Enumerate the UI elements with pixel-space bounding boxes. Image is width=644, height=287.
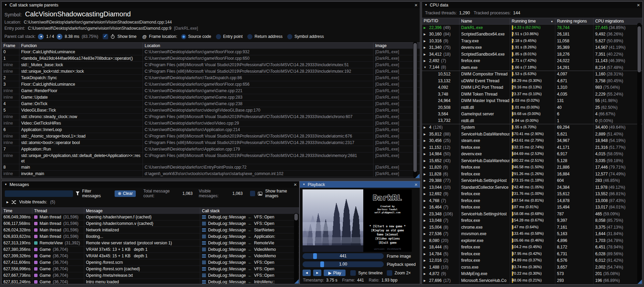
expand-arrow-icon[interactable]: ▶	[424, 277, 427, 284]
cpu-process-row[interactable]: ▶ 12,016 (2) firefox.exe 84.89 ms (0.37%…	[422, 257, 642, 264]
column-header[interactable]: Image	[374, 43, 407, 48]
expand-arrow-icon[interactable]: ▶	[424, 231, 427, 237]
show-time-checkbox[interactable]: ✓	[103, 34, 108, 39]
message-row[interactable]: 606,117,568ns Main thread (31,596) Openi…	[2, 220, 299, 227]
cpu-process-row[interactable]: ▶ 10,316 (9) Tracy.exe 2.18 s (9.45%) 11…	[422, 38, 642, 45]
callstack-row[interactable]: inline std::unique_lock<std::mutex>::loc…	[2, 68, 420, 75]
cpu-process-row[interactable]: 3,564 GameInput server 69.68 us (0.00%) …	[422, 111, 642, 118]
column-header-sorted[interactable]: Running time▼	[510, 18, 555, 24]
slider-handle[interactable]	[320, 261, 324, 267]
cpu-process-row[interactable]: ▶ 4,768 (7) firefox.exe 187.54 ms (0.81%…	[422, 198, 642, 204]
cpu-process-row[interactable]: 20,508 ntdll.dll 1.01 ms (0.00%) 40 25 (…	[422, 104, 642, 111]
expand-arrow-icon[interactable]: ▶	[424, 164, 427, 171]
expand-arrow-icon[interactable]: ▶	[424, 31, 427, 38]
clear-button[interactable]: ⊗ Clear	[115, 190, 136, 197]
expand-arrow-icon[interactable]: ▶	[424, 211, 427, 217]
cpu-process-row[interactable]: ▶ 27,536 (7) msvsmon.exe 133.45 ms (0.58…	[422, 231, 642, 238]
callstack-row[interactable]: inline std::atomic<bool>::operator bool …	[2, 140, 420, 146]
expand-arrow-icon[interactable]: ▶	[424, 198, 427, 204]
callstack-list-icon[interactable]	[202, 234, 206, 239]
message-row[interactable]: 627,667,736ns Game (36,704) Opening /met…	[2, 272, 299, 279]
cpu-process-row[interactable]: ▶ 14,784 (5) firefox.exe 97.95 ms (0.42%…	[422, 251, 642, 258]
close-icon[interactable]: ×	[414, 181, 418, 188]
callstack-row[interactable]: inline invoke_main d:\agent\_work\63\s\s…	[2, 171, 420, 177]
callstack-row[interactable]: 4 Game::OnTick C:\Users\wolf\Desktop\dar…	[2, 101, 420, 107]
cpu-process-row[interactable]: ▶ 14,984 (50) devenv.exe 584.69 ms (2.53…	[422, 151, 642, 158]
frame-location-radio[interactable]: Source code	[181, 34, 211, 39]
cpu-process-row[interactable]: ▶ 11,152 (12) firefox.exe 632.15 ms (2.7…	[422, 144, 642, 151]
scrollbar-grab[interactable]	[294, 214, 298, 220]
scrollbar-grab[interactable]	[638, 26, 641, 72]
expand-arrow-icon[interactable]: ▶	[424, 271, 427, 277]
frame-location-radio[interactable]: Symbol address	[287, 34, 324, 39]
message-row[interactable]: 627,411,606ns Game (36,704) Opening /for…	[2, 259, 299, 266]
callstack-list-icon[interactable]	[202, 273, 206, 277]
expand-arrow-icon[interactable]: ▶	[424, 144, 427, 151]
frame-location-radio[interactable]: Entry point	[216, 34, 243, 39]
messages-scrollbar[interactable]	[294, 213, 298, 283]
callstack-list-icon[interactable]	[202, 267, 206, 271]
cpu-process-row[interactable]: ▶ 2,492 (7) firefox.exe 1.71 s (7.42%) 2…	[422, 58, 642, 64]
message-row[interactable]: 627,380,356ns Game (36,704) VRAM 37x45: …	[2, 246, 299, 253]
prev-parent-button[interactable]: ◀	[38, 34, 44, 40]
callstack-row[interactable]: 3 Floor::CalcLightNoLuminance C:\Users\w…	[2, 81, 420, 88]
cpu-process-row[interactable]: ▶ 30,160 (84) ScriptedSandbox64.exe 2.51…	[422, 31, 642, 38]
callstack-row[interactable]: inline Video::GetTicksHiRes C:\Users\wol…	[2, 120, 420, 127]
cpu-process-row[interactable]: 13,132 uDWM Event Thread 68.29 ms (0.30%…	[422, 78, 642, 85]
callstack-list-icon[interactable]	[202, 260, 206, 264]
callstack-list-icon[interactable]	[202, 221, 206, 226]
callstack-row[interactable]: inline Game::Update C:\Users\wolf\Deskto…	[2, 94, 420, 101]
callstack-list-icon[interactable]	[202, 215, 206, 219]
cpu-process-row[interactable]: ▶ 29,388 (77) ServiceHub.SettingsHost 27…	[422, 177, 642, 184]
column-header[interactable]: Time	[2, 208, 32, 214]
close-icon[interactable]: ×	[414, 2, 418, 8]
cpu-process-row[interactable]: 3,748 DWM Token Thread 23.37 ms (0.10%) …	[422, 91, 642, 98]
column-header[interactable]: PID/TID	[422, 18, 459, 24]
column-header[interactable]: Message	[84, 208, 200, 214]
playback-speed-slider[interactable]: 1.00	[303, 261, 384, 267]
callstack-row[interactable]: 0 Floor::CalcLightNoLuminance C:\Users\w…	[2, 49, 420, 55]
message-row[interactable]: 627,558,996ns Game (36,704) Opening /for…	[2, 266, 299, 272]
callstack-scrollbar[interactable]	[413, 42, 417, 178]
cpu-process-row[interactable]: ▶ 12,692 (9) firefox.exe 231.76 ms (1.00…	[422, 191, 642, 198]
column-header[interactable]: CPU migrations	[594, 18, 642, 24]
callstack-row[interactable]: 2 TaskDispatch::Sync C:\Users\wolf\Deskt…	[2, 75, 420, 81]
expand-arrow-icon[interactable]: ▶	[424, 191, 427, 197]
callstack-row[interactable]: 8 main C:\Users\wolf\Desktop\darkrl\src\…	[2, 164, 420, 171]
column-header[interactable]: Call stack	[200, 208, 299, 214]
column-header[interactable]: Running regions	[555, 18, 594, 24]
collapse-icon[interactable]: ▼	[4, 183, 7, 186]
visible-threads-label[interactable]: Visible threads:	[19, 200, 47, 204]
message-row[interactable]: 627,831,246ns Game (36,704) Intro menu l…	[2, 279, 299, 284]
resize-grip[interactable]	[415, 174, 420, 178]
resize-grip[interactable]	[638, 279, 642, 284]
next-frame-button[interactable]: ▶	[313, 270, 321, 276]
column-header[interactable]: Thread	[32, 208, 84, 214]
callstack-row[interactable]: 1 <lambda_84a19dc444fae966ca174e83e708bd…	[2, 55, 420, 62]
cpu-process-row[interactable]: ▶ 4 (126) System 1.55 s (6.70%) 69,294 3…	[422, 124, 642, 131]
filter-input[interactable]	[5, 190, 73, 197]
expand-arrow-icon[interactable]: ▶	[424, 38, 427, 44]
collapse-icon[interactable]: ▼	[4, 3, 7, 6]
column-header[interactable]: Name	[459, 18, 510, 24]
cpu-process-row[interactable]: ▶ 13,048 (7) firefox.exe 154.28 ms (0.67…	[422, 217, 642, 224]
zoom-2x-checkbox[interactable]	[387, 270, 392, 276]
message-row[interactable]: 626,833,622ns Main thread (31,596) Booti…	[2, 233, 299, 240]
expand-arrow-icon[interactable]: ▶	[424, 184, 427, 191]
cpu-process-row[interactable]: ▶ 11,820 (9) firefox.exe 346.58 ms (1.50…	[422, 164, 642, 171]
message-row[interactable]: 606,049,398ns Main thread (31,596) Openi…	[2, 214, 299, 220]
cpu-process-row[interactable]	[422, 284, 642, 285]
playback-frame-image[interactable]: DarkRL Created byBartosz Taudulwolf.pld@…	[303, 189, 412, 252]
callstack-row[interactable]: inline std::unique_ptr<Application,std::…	[2, 153, 420, 164]
cpu-process-row[interactable]: ▶ 35,812 (88) ServiceHub.DataWarehouse 6…	[422, 131, 642, 138]
frame-location-radio[interactable]: Return address	[247, 34, 282, 39]
callstack-row[interactable]: inline std::chrono::steady_clock::now C:…	[2, 114, 420, 120]
callstack-row[interactable]: inline Game::RenderFloor C:\Users\wolf\D…	[2, 88, 420, 94]
slider-handle[interactable]	[313, 253, 317, 259]
expand-arrow-icon[interactable]: ▶	[424, 217, 427, 224]
callstack-list-icon[interactable]	[202, 228, 206, 232]
cpu-process-row[interactable]: ▶ 27,696 (17) Microsoft.ServiceHub.Co 48…	[422, 277, 642, 284]
cpu-process-row[interactable]: ▶ 34,412 (18) ScriptedSandbox64.exe 1.85…	[422, 51, 642, 58]
callstack-row[interactable]: inline std::_Mutex_base::lock C:\Program…	[2, 62, 420, 68]
resize-grip[interactable]	[294, 279, 299, 284]
